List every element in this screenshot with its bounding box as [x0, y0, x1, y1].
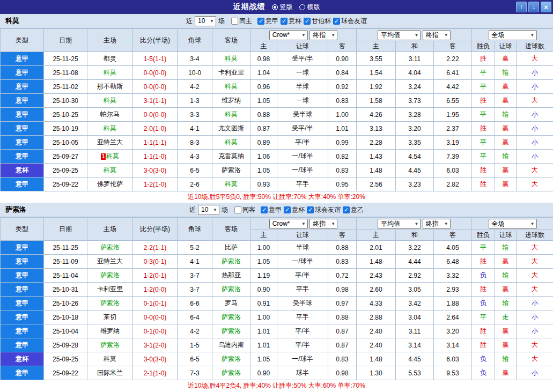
chevron-down-icon: ▼ [444, 221, 448, 226]
selected-value: 10 [198, 17, 205, 25]
goals-result: 大 [517, 338, 553, 352]
ah-home-odds: 1.01 [250, 338, 277, 352]
match-date: 25-10-25 [44, 108, 87, 122]
move-down-button[interactable]: ↓ [528, 2, 539, 12]
chevron-down-icon: ▼ [331, 221, 335, 226]
chevron-down-icon: ▼ [301, 33, 306, 38]
home-team: 1科莫 [87, 150, 133, 164]
league-filter-checkbox[interactable]: 球会友谊 [333, 17, 367, 26]
league-filter-checkbox[interactable]: 意乙 [343, 205, 364, 215]
league-filter-checkbox[interactable]: 甘伯杯 [304, 17, 331, 26]
average-select[interactable]: 平均值▼ [378, 30, 421, 40]
match-date: 25-09-22 [44, 366, 87, 380]
home-team: 维罗纳 [87, 324, 133, 338]
league-filter-checkbox[interactable]: 意甲 [257, 17, 278, 26]
goals-result: 大 [517, 241, 553, 255]
eu-home-odds: 3.55 [357, 52, 396, 66]
col-eu-draw: 和 [396, 230, 434, 241]
score: 0-0(0-0) [133, 108, 178, 122]
matches-table: 类型 日期 主场 比分(半场) 角球 客场 Crow*▼ 终指▼ 平均值▼ 终指… [0, 217, 553, 380]
eu-away-odds: 2.22 [434, 52, 472, 66]
match-count-select[interactable]: 10▼ [195, 16, 216, 26]
titlebar-center: 近期战绩 竖版 横版 [0, 2, 553, 12]
view-option-vertical[interactable]: 竖版 [272, 3, 293, 12]
match-row: 意甲25-11-25都灵1-5(1-1)3-4科莫0.98受平/半0.903.5… [1, 52, 553, 66]
ah-home-odds: 1.00 [250, 241, 277, 255]
ah-away-odds: 0.72 [328, 269, 357, 283]
close-button[interactable]: × [541, 2, 551, 12]
eu-draw-odds: 4.45 [396, 164, 434, 177]
match-date: 25-11-25 [44, 241, 87, 255]
match-date: 25-09-22 [44, 177, 87, 191]
ah-home-odds: 0.96 [250, 80, 277, 94]
team-name: 科莫 [5, 16, 19, 26]
ah-away-odds: 0.97 [328, 297, 357, 310]
ah-time-select[interactable]: 终指▼ [309, 219, 337, 229]
bookmaker-select[interactable]: Crow*▼ [269, 219, 308, 229]
league-filter-label: 意甲 [269, 205, 282, 215]
match-row: 意杯25-09-25科莫3-0(3-0)6-5萨索洛1.05一/球半0.831.… [1, 352, 553, 366]
checkbox-icon [307, 206, 314, 213]
league-type: 意甲 [1, 122, 44, 136]
selected-value: 终指 [313, 219, 326, 228]
ah-away-odds: 0.98 [328, 283, 357, 297]
match-date: 25-10-26 [44, 297, 87, 310]
col-eu-draw: 和 [396, 41, 434, 52]
league-filter-checkbox[interactable]: 意杯 [281, 17, 301, 26]
league-filter-checkbox[interactable]: 意杯 [284, 205, 305, 215]
corners: 10-0 [178, 66, 212, 80]
away-team: 卡利亚里 [212, 66, 250, 80]
goals-result: 大 [517, 352, 553, 366]
view-option-horizontal[interactable]: 横版 [299, 3, 320, 12]
ah-time-select[interactable]: 终指▼ [309, 30, 337, 40]
league-filter-label: 球会友谊 [315, 205, 341, 215]
home-team: 莱切 [87, 310, 133, 324]
eu-away-odds: 2.93 [434, 283, 472, 297]
eu-home-odds: 2.88 [357, 310, 396, 324]
eu-home-odds: 1.30 [357, 366, 396, 380]
eu-time-select[interactable]: 终指▼ [423, 30, 451, 40]
home-team-name: 科莫 [104, 124, 116, 132]
away-team: 科莫 [212, 136, 250, 150]
ah-line: 受半球 [277, 108, 328, 122]
league-type: 意甲 [1, 66, 44, 80]
bookmaker-select[interactable]: Crow*▼ [269, 30, 308, 40]
same-venue-checkbox[interactable]: 同主 [231, 17, 252, 26]
scope-select[interactable]: 全场▼ [489, 219, 537, 229]
league-filter-checkbox[interactable]: 意甲 [261, 205, 282, 215]
average-select[interactable]: 平均值▼ [378, 219, 421, 229]
corners: 3-7 [178, 283, 212, 297]
home-team-name: 亚特兰大 [97, 138, 123, 146]
recent-results-window: 近期战绩 竖版 横版 ↑ ↓ × 科莫 近 10▼ 场 [0, 0, 553, 391]
eu-draw-odds: 3.11 [396, 52, 434, 66]
ah-line: 一/球半 [277, 255, 328, 269]
handicap-result: 赢 [495, 94, 517, 108]
move-up-button[interactable]: ↑ [516, 2, 527, 12]
eu-away-odds: 4.05 [434, 241, 472, 255]
league-filter-checkbox[interactable]: 球会友谊 [307, 205, 341, 215]
checkbox-icon [304, 18, 311, 25]
home-team: 都灵 [87, 52, 133, 66]
goals-result: 小 [517, 136, 553, 150]
ah-home-odds: 1.05 [250, 352, 277, 366]
scope-select[interactable]: 全场▼ [489, 30, 537, 40]
ah-away-odds: 0.87 [328, 324, 357, 338]
home-team-name: 萨索洛 [100, 271, 120, 279]
eu-time-select[interactable]: 终指▼ [423, 219, 451, 229]
corners: 8-3 [178, 136, 212, 150]
match-count-select[interactable]: 10▼ [198, 205, 219, 215]
ah-home-odds: 1.05 [250, 94, 277, 108]
col-score: 比分(半场) [133, 29, 178, 52]
same-venue-checkbox[interactable]: 同客 [234, 205, 255, 215]
eu-draw-odds: 3.22 [396, 241, 434, 255]
away-team: 科莫 [212, 80, 250, 94]
chevron-down-icon: ▼ [414, 33, 418, 38]
corners: 6-5 [178, 164, 212, 177]
ah-odds-header: Crow*▼ 终指▼ [250, 29, 357, 41]
checkbox-icon [343, 206, 350, 213]
league-type: 意甲 [1, 255, 44, 269]
match-date: 25-11-08 [44, 66, 87, 80]
home-team: 亚特兰大 [87, 255, 133, 269]
home-team: 萨索洛 [87, 297, 133, 310]
home-team: 帕尔马 [87, 108, 133, 122]
